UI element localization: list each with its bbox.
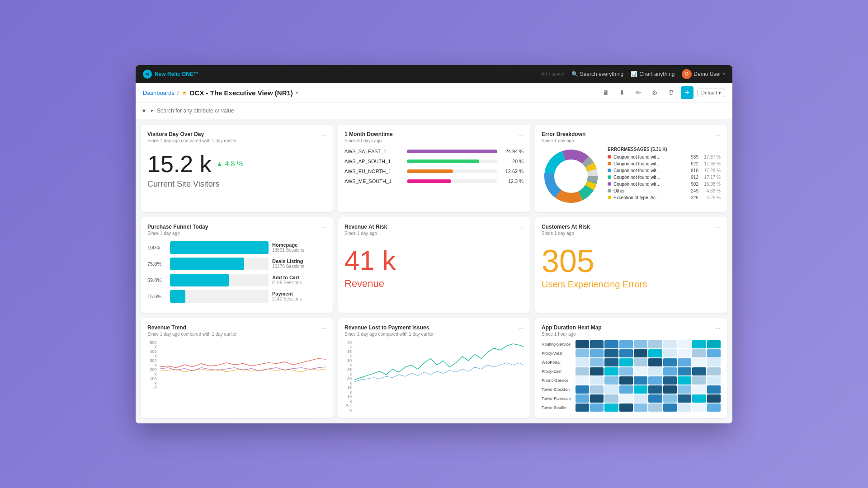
filter-chevron-icon: ▾ bbox=[151, 108, 153, 114]
heatmap-cell-2-1 bbox=[576, 349, 589, 357]
heatmap-cell-2-4 bbox=[619, 349, 633, 357]
visitors-label: Current Site Visitors bbox=[147, 179, 326, 189]
widget-heatmap-header: App Duration Heat Map Since 1 hour ago ·… bbox=[542, 324, 721, 337]
heatmap-cell-2-6 bbox=[648, 349, 662, 357]
breadcrumb-separator: / bbox=[177, 89, 179, 96]
user-menu[interactable]: D Demo User ▾ bbox=[682, 69, 725, 79]
heatmap-cell-5-1 bbox=[576, 376, 589, 385]
heatmap-label-8: Tower-Seattle bbox=[542, 404, 571, 412]
widget-customers-risk: Customers At Risk Since 1 day ago ··· 30… bbox=[535, 217, 727, 313]
heatmap-cell-4-7 bbox=[663, 367, 677, 375]
funnel-bar-container-3 bbox=[170, 274, 269, 286]
heatmap-cell-1-2 bbox=[590, 340, 604, 348]
funnel-name-3: Add to Cart bbox=[272, 275, 326, 280]
heatmap-cell-4-9 bbox=[692, 367, 706, 375]
chart-label: Chart anything bbox=[639, 71, 675, 77]
widget-error-breakdown: Error Breakdown Since 1 day ago ··· bbox=[535, 125, 727, 212]
breadcrumb-dashboards[interactable]: Dashboards bbox=[143, 89, 175, 96]
customers-value: 305 bbox=[542, 243, 721, 279]
heatmap-cell-8-4 bbox=[619, 404, 633, 412]
heatmap-cell-6-8 bbox=[678, 385, 691, 394]
funnel-row-2: 75.0% Deals Listing 10270 Sessions bbox=[147, 258, 326, 270]
widget-error-menu-icon[interactable]: ··· bbox=[715, 131, 721, 138]
heatmap-cell-1-1 bbox=[576, 340, 589, 348]
widget-lost-menu-icon[interactable]: ··· bbox=[518, 324, 524, 332]
downtime-bar-4 bbox=[407, 179, 451, 183]
funnel-bar-1 bbox=[170, 241, 269, 254]
breadcrumb: Dashboards / ★ DCX - The Executive View … bbox=[143, 89, 298, 97]
widget-trend-title-group: Revenue Trend Since 1 day ago compared w… bbox=[147, 324, 236, 337]
widget-funnel-subtitle: Since 1 day ago bbox=[147, 231, 208, 236]
heatmap-row-6 bbox=[576, 385, 721, 394]
header-right: ctrl + space 🔍 Search everything 📊 Chart… bbox=[541, 69, 725, 79]
downtime-bar-1 bbox=[407, 150, 497, 153]
delta-value: 4.8 % bbox=[225, 160, 244, 168]
trend-y-500k: 500 k bbox=[147, 340, 157, 349]
add-button[interactable]: + bbox=[681, 86, 693, 99]
heatmap-cell-1-10 bbox=[707, 340, 721, 348]
heatmap-cell-1-4 bbox=[619, 340, 633, 348]
filter-input[interactable] bbox=[157, 108, 727, 114]
legend-count-2: 922 bbox=[691, 161, 700, 166]
heatmap-cell-8-6 bbox=[648, 404, 662, 412]
default-badge[interactable]: Default ▾ bbox=[697, 89, 725, 97]
legend-text-2: Coupon not found with id... bbox=[613, 161, 663, 166]
widget-revenue-lost: Revenue Lost to Payment Issues Since 1 d… bbox=[338, 318, 530, 418]
widget-funnel-menu-icon[interactable]: ··· bbox=[321, 224, 326, 231]
heatmap-cell-8-2 bbox=[590, 404, 604, 412]
downtime-row-3: AWS_EU_NORTH_1 12.62 % bbox=[344, 169, 524, 174]
downtime-pct-2: 20 % bbox=[501, 159, 524, 164]
heatmap-cell-7-5 bbox=[634, 394, 647, 403]
breadcrumb-star-icon[interactable]: ★ bbox=[182, 89, 187, 96]
heatmap-row-5 bbox=[576, 376, 721, 385]
heatmap-content: Routing-Service Proxy-West WebPortal Pro… bbox=[542, 340, 721, 412]
widget-revenue-menu-icon[interactable]: ··· bbox=[518, 224, 524, 231]
user-chevron-icon: ▾ bbox=[723, 71, 725, 76]
widget-downtime-menu-icon[interactable]: ··· bbox=[518, 131, 524, 138]
heatmap-cell-2-5 bbox=[634, 349, 647, 357]
funnel-sessions-3: 8186 Sessions bbox=[272, 280, 326, 285]
svg-point-8 bbox=[555, 160, 587, 192]
widget-customers-title-group: Customers At Risk Since 1 day ago bbox=[542, 224, 590, 236]
heatmap-cell-1-8 bbox=[678, 340, 691, 348]
widget-revenue-risk: Revenue At Risk Since 1 day ago ··· 41 k… bbox=[338, 217, 530, 313]
widget-visitors-menu-icon[interactable]: ··· bbox=[321, 131, 326, 138]
widget-customers-subtitle: Since 1 day ago bbox=[542, 231, 590, 236]
heatmap-cell-3-5 bbox=[634, 358, 647, 366]
legend-dot-6 bbox=[608, 189, 611, 192]
widget-customers-header: Customers At Risk Since 1 day ago ··· bbox=[542, 224, 721, 236]
filter-bar: ▼ ▾ bbox=[136, 103, 732, 119]
heatmap-row-1 bbox=[576, 340, 721, 348]
time-icon-button[interactable]: ⏱ bbox=[665, 86, 677, 99]
heatmap-cell-2-10 bbox=[707, 349, 721, 357]
funnel-name-2: Deals Listing bbox=[272, 258, 326, 264]
heatmap-cell-6-1 bbox=[576, 385, 589, 394]
widget-heatmap-menu-icon[interactable]: ··· bbox=[715, 324, 721, 332]
heatmap-cell-4-6 bbox=[648, 367, 662, 375]
revenue-label: Revenue bbox=[344, 278, 524, 290]
downtime-row-2: AWS_AP_SOUTH_1 20 % bbox=[344, 159, 524, 164]
funnel-bar-container-1 bbox=[170, 241, 269, 254]
app-window: N New Relic ONE™ ctrl + space 🔍 Search e… bbox=[136, 65, 732, 423]
settings-icon-button[interactable]: ⚙ bbox=[648, 86, 661, 99]
widget-customers-menu-icon[interactable]: ··· bbox=[715, 224, 721, 231]
widget-trend-menu-icon[interactable]: ··· bbox=[321, 324, 326, 332]
legend-text-1: Coupon not found with id... bbox=[613, 155, 663, 160]
legend-text-5: Coupon not found with id... bbox=[613, 182, 663, 187]
widget-lost-subtitle: Since 1 day ago compared with 1 day earl… bbox=[344, 332, 434, 337]
heatmap-cell-2-7 bbox=[663, 349, 677, 357]
breadcrumb-chevron-icon[interactable]: ▾ bbox=[296, 90, 298, 96]
legend-dot-1 bbox=[608, 155, 611, 159]
chart-button[interactable]: 📊 Chart anything bbox=[631, 71, 675, 77]
revenue-value: 41 k bbox=[344, 245, 524, 276]
funnel-info-1: Homepage 13691 Sessions bbox=[272, 242, 326, 253]
logo-text: New Relic ONE™ bbox=[155, 71, 199, 77]
heatmap-cell-1-3 bbox=[604, 340, 618, 348]
display-icon-button[interactable]: 🖥 bbox=[599, 86, 612, 99]
downtime-bar-container-4 bbox=[407, 179, 497, 183]
legend-text-6: Other bbox=[613, 188, 663, 193]
heatmap-cell-4-3 bbox=[604, 367, 618, 375]
download-icon-button[interactable]: ⬇ bbox=[616, 86, 628, 99]
search-button[interactable]: 🔍 Search everything bbox=[571, 71, 624, 77]
edit-icon-button[interactable]: ✏ bbox=[632, 86, 645, 99]
